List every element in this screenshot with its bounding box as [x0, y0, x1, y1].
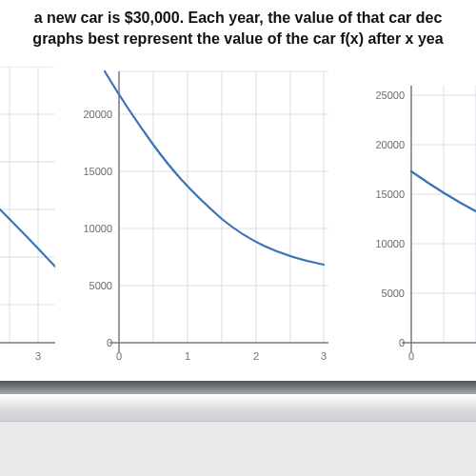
xtick-0: 0: [116, 350, 122, 362]
ytick-20000: 20000: [83, 109, 112, 120]
question-line2: graphs best represent the value of the c…: [32, 30, 443, 47]
question-line1: a new car is $30,000. Each year, the val…: [34, 10, 443, 26]
chart-right-partial: 0 5000 10000 15000 20000 25000 0: [345, 67, 476, 381]
chart-right-yticks: 0 5000 10000 15000 20000 25000: [375, 89, 405, 348]
xtick-1: 1: [185, 350, 190, 362]
chart-center-svg: 0 5000 10000 15000 20000 0 1 2 3: [67, 67, 333, 381]
bottom-shelf: [0, 381, 476, 476]
chart-left-curve: [0, 209, 55, 267]
r-ytick-0: 0: [399, 337, 405, 348]
charts-row: 3: [0, 67, 476, 381]
chart-left-xticks: 3: [35, 350, 41, 362]
r-ytick-5000: 5000: [382, 288, 405, 299]
ytick-5000: 5000: [89, 280, 112, 291]
r-ytick-15000: 15000: [375, 188, 405, 200]
xtick-3: 3: [321, 350, 327, 362]
ytick-0: 0: [107, 337, 112, 348]
chart-center-yticks: 0 5000 10000 15000 20000: [83, 109, 112, 348]
stage: a new car is $30,000. Each year, the val…: [0, 0, 476, 476]
r-xtick-0: 0: [408, 350, 414, 362]
chart-right-svg: 0 5000 10000 15000 20000 25000 0: [345, 67, 476, 381]
chart-left-grid: [0, 67, 55, 343]
chart-right-xticks: 0: [408, 350, 414, 362]
question-text: a new car is $30,000. Each year, the val…: [0, 8, 476, 49]
chart-center: 0 5000 10000 15000 20000 0 1 2 3: [67, 67, 333, 381]
xtick-2: 2: [253, 350, 259, 362]
chart-left-partial: 3: [0, 67, 55, 381]
chart-right-grid: [411, 86, 476, 343]
chart-center-grid: [119, 71, 328, 343]
ytick-10000: 10000: [83, 223, 112, 234]
r-ytick-10000: 10000: [375, 238, 405, 249]
chart-left-xtick-3: 3: [35, 350, 41, 362]
chart-right-axes: [402, 86, 476, 352]
r-ytick-25000: 25000: [375, 89, 405, 101]
chart-center-axes: [109, 71, 328, 352]
r-ytick-20000: 20000: [375, 139, 405, 150]
chart-left-svg: 3: [0, 67, 55, 381]
chart-center-xticks: 0 1 2 3: [116, 350, 327, 362]
ytick-15000: 15000: [83, 166, 112, 177]
